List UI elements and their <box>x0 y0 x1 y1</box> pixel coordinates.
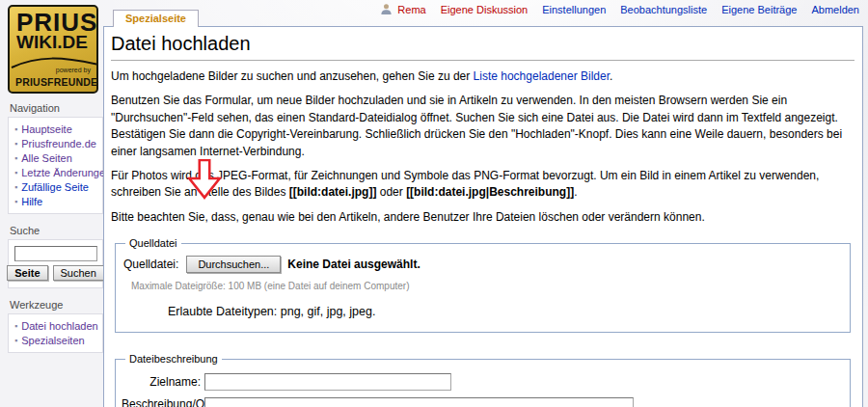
sidebar-item-zufaellige-seite[interactable]: Zufällige Seite <box>21 181 89 193</box>
format-help-paragraph: Für Photos wird das JPEG-Format, für Zei… <box>111 168 854 202</box>
content-area: Datei hochladen Um hochgeladene Bilder z… <box>103 26 863 407</box>
source-file-label: Quelldatei: <box>123 258 178 271</box>
sidebar-item-hilfe[interactable]: Hilfe <box>21 196 42 207</box>
personal-link-logout[interactable]: Abmelden <box>811 4 859 15</box>
source-fieldset: Quelldatei Quelldatei: Durchsuchen... Ke… <box>115 237 851 333</box>
intro-text-end: . <box>610 69 612 83</box>
search-heading: Suche <box>8 223 103 239</box>
allowed-filetypes-text: Erlaubte Dateitypen: png, gif, jpg, jpeg… <box>168 305 844 318</box>
list-item: Hauptseite <box>14 122 100 136</box>
portlet-navigation: Navigation Hauptseite Priusfreunde.de Al… <box>8 100 103 214</box>
description-source-label: Beschreibung/Quelle: <box>122 397 204 407</box>
bild-syntax-1: [[bild:datei.jpg]] <box>289 185 377 199</box>
logo-text-line2: WIKI.DE <box>10 34 96 50</box>
page-title: Datei hochladen <box>111 31 854 61</box>
sidebar: Navigation Hauptseite Priusfreunde.de Al… <box>8 100 103 362</box>
target-filename-label: Zielname: <box>122 375 204 389</box>
personal-link-username[interactable]: Rema <box>397 4 425 15</box>
logo-text-line1: PRIUS <box>10 7 96 34</box>
description-fieldset-legend: Dateibeschreibung <box>125 353 222 365</box>
intro-paragraph: Um hochgeladene Bilder zu suchen und anz… <box>111 68 854 85</box>
uploaded-images-link[interactable]: Liste hochgeladener Bilder <box>474 69 610 83</box>
list-item: Alle Seiten <box>14 150 100 165</box>
personal-bar: Rema Eigene Diskussion Einstellungen Beo… <box>380 3 859 15</box>
list-item: Letzte Änderungen <box>14 165 100 179</box>
browse-button[interactable]: Durchsuchen... <box>186 256 281 273</box>
sidebar-item-datei-hochladen[interactable]: Datei hochladen <box>21 320 98 332</box>
form-help-paragraph: Benutzen Sie das Formular, um neue Bilde… <box>111 93 854 160</box>
portlet-search: Suche Seite Suchen <box>8 223 103 288</box>
tab-label: Spezialseite <box>125 13 186 24</box>
logo-powered-by: powered by <box>56 67 91 73</box>
sidebar-item-hauptseite[interactable]: Hauptseite <box>21 123 72 135</box>
list-item: Zufällige Seite <box>14 179 100 194</box>
personal-link-preferences[interactable]: Einstellungen <box>542 4 606 15</box>
max-filesize-note: Maximale Dateigröße: 100 MB (eine Datei … <box>131 281 844 291</box>
search-fulltext-button[interactable]: Suchen <box>53 265 104 281</box>
portlet-tools: Werkzeuge Datei hochladen Spezialseiten <box>8 297 103 353</box>
sidebar-item-letzte-aenderungen[interactable]: Letzte Änderungen <box>21 167 111 178</box>
sidebar-item-priusfreunde[interactable]: Priusfreunde.de <box>21 138 96 149</box>
list-item: Datei hochladen <box>14 318 100 333</box>
personal-link-talk[interactable]: Eigene Diskussion <box>441 4 529 15</box>
personal-link-watchlist[interactable]: Beobachtungsliste <box>620 4 707 15</box>
bild-syntax-2: [[bild:datei.jpg|Beschreibung]] <box>406 185 574 199</box>
no-file-selected-text: Keine Datei ausgewählt. <box>287 258 420 271</box>
list-item: Priusfreunde.de <box>14 136 100 150</box>
format-text-mid: oder <box>376 185 406 199</box>
source-fieldset-legend: Quelldatei <box>125 237 181 249</box>
navigation-heading: Navigation <box>8 100 103 117</box>
tools-heading: Werkzeuge <box>8 297 103 313</box>
intro-text: Um hochgeladene Bilder zu suchen und anz… <box>111 69 474 83</box>
logo-brand: PRIUSFREUNDE.DE <box>15 76 98 88</box>
description-textarea[interactable] <box>204 397 634 407</box>
sidebar-item-spezialseiten[interactable]: Spezialseiten <box>21 335 84 346</box>
notice-paragraph: Bitte beachten Sie, dass, genau wie bei … <box>111 209 854 226</box>
target-filename-input[interactable] <box>204 373 451 391</box>
search-go-button[interactable]: Seite <box>7 265 47 281</box>
search-input[interactable] <box>14 246 97 261</box>
list-item: Hilfe <box>14 194 100 208</box>
description-fieldset: Dateibeschreibung Zielname: Beschreibung… <box>115 353 851 407</box>
user-icon <box>380 3 393 15</box>
tab-spezialseite[interactable]: Spezialseite <box>113 10 199 27</box>
list-item: Spezialseiten <box>14 333 100 347</box>
personal-link-contributions[interactable]: Eigene Beiträge <box>721 4 797 15</box>
format-text-end: . <box>574 185 577 199</box>
sidebar-item-alle-seiten[interactable]: Alle Seiten <box>21 152 72 164</box>
wiki-logo[interactable]: PRIUS WIKI.DE powered by PRIUSFREUNDE.DE <box>8 5 98 94</box>
